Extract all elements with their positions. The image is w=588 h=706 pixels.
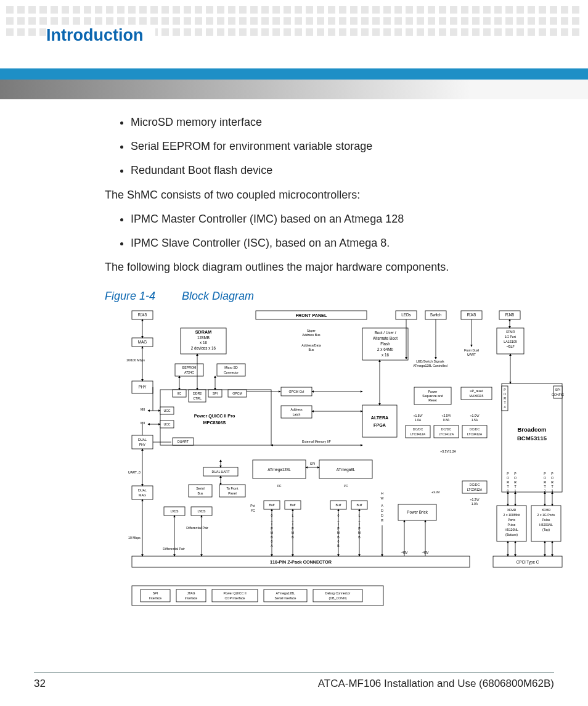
figure-title: Block Diagram bbox=[182, 290, 254, 302]
svg-text:From Dual: From Dual bbox=[464, 348, 479, 352]
svg-text:Buff: Buff bbox=[269, 503, 275, 507]
svg-text:O: O bbox=[507, 476, 509, 480]
svg-text:+3.3V/1.2A: +3.3V/1.2A bbox=[440, 449, 456, 453]
svg-text:1G Port: 1G Port bbox=[505, 335, 516, 339]
svg-text:R: R bbox=[551, 480, 553, 484]
header-gradient-bar bbox=[0, 80, 588, 99]
svg-text:_: _ bbox=[358, 518, 361, 522]
svg-text:DC/DC: DC/DC bbox=[413, 427, 423, 431]
block-diagram-svg: RJ45 FRONT PANEL LEDs Switch RJ45 RJ45 M… bbox=[123, 310, 567, 655]
svg-text:+1.8V/: +1.8V/ bbox=[413, 414, 423, 417]
svg-text:CTRL: CTRL bbox=[193, 396, 202, 400]
body-paragraph: The following block diagram outlines the… bbox=[105, 260, 551, 275]
svg-text:H: H bbox=[381, 491, 383, 495]
svg-text:Differential Pair: Differential Pair bbox=[163, 547, 185, 551]
figure-caption: Figure 1-4 Block Diagram bbox=[105, 289, 551, 304]
svg-text:DC/DC: DC/DC bbox=[441, 427, 452, 431]
svg-text:External Memory I/F: External Memory I/F bbox=[302, 440, 331, 443]
svg-text:DUART: DUART bbox=[178, 440, 189, 443]
svg-text:Ports: Ports bbox=[508, 518, 516, 522]
svg-text:BCM53115: BCM53115 bbox=[517, 435, 547, 441]
svg-text:Power: Power bbox=[428, 390, 438, 393]
svg-text:I²C: I²C bbox=[277, 484, 282, 488]
svg-text:R: R bbox=[544, 480, 546, 484]
list-item: Serial EEPROM for environment variable s… bbox=[131, 139, 551, 154]
svg-text:Reset: Reset bbox=[428, 398, 437, 402]
page-footer: 32 ATCA-MF106 Installation and Use (6806… bbox=[34, 672, 554, 690]
svg-text:0.8A: 0.8A bbox=[443, 418, 450, 422]
svg-text:Bus: Bus bbox=[309, 348, 314, 351]
svg-text:Differential Pair: Differential Pair bbox=[186, 526, 208, 530]
doc-title: ATCA-MF106 Installation and Use (6806800… bbox=[318, 678, 554, 690]
svg-text:1.5A: 1.5A bbox=[472, 418, 478, 422]
svg-text:ATmega128L: ATmega128L bbox=[276, 591, 295, 595]
svg-rect-72 bbox=[362, 405, 397, 437]
svg-text:DC/DC: DC/DC bbox=[470, 427, 480, 431]
svg-text:_: _ bbox=[271, 518, 273, 522]
svg-text:Latch: Latch bbox=[293, 413, 301, 416]
feature-list-a: MicroSD memory interface Serial EEPROM f… bbox=[105, 115, 551, 179]
svg-text:GPCM Ctrl: GPCM Ctrl bbox=[288, 390, 304, 393]
svg-text:UCC: UCC bbox=[163, 409, 170, 413]
body-paragraph: The ShMC consists of two coupled microco… bbox=[105, 187, 551, 203]
svg-text:(DB_CONN): (DB_CONN) bbox=[329, 596, 347, 600]
svg-text:P: P bbox=[504, 388, 506, 392]
svg-text:Flash: Flash bbox=[380, 342, 390, 346]
svg-text:I²C: I²C bbox=[344, 484, 348, 488]
svg-text:MAX6315: MAX6315 bbox=[470, 394, 484, 398]
svg-text:DC/DC: DC/DC bbox=[470, 483, 480, 486]
svg-text:O: O bbox=[504, 392, 506, 396]
figure-label: Figure 1-4 bbox=[105, 289, 179, 304]
svg-text:UCC: UCC bbox=[163, 422, 170, 426]
svg-text:IIC: IIC bbox=[178, 392, 182, 395]
svg-text:LTC3412A: LTC3412A bbox=[410, 432, 426, 436]
svg-text:Address Bus: Address Bus bbox=[302, 333, 321, 337]
svg-text:LA1S109: LA1S109 bbox=[504, 340, 517, 343]
svg-text:Address/Data: Address/Data bbox=[301, 343, 321, 347]
svg-text:Switch: Switch bbox=[430, 313, 442, 317]
svg-text:FPGA: FPGA bbox=[374, 422, 386, 428]
svg-text:R: R bbox=[381, 519, 383, 522]
svg-text:COP Interface: COP Interface bbox=[225, 596, 245, 600]
svg-text:O: O bbox=[514, 476, 517, 480]
svg-text:Interface: Interface bbox=[149, 596, 161, 600]
svg-text:P: P bbox=[507, 472, 509, 475]
svg-text:JTAG: JTAG bbox=[187, 591, 195, 595]
svg-text:DUAL UART: DUAL UART bbox=[211, 470, 230, 474]
svg-text:x 16: x 16 bbox=[200, 340, 207, 345]
svg-text:+1.2V/: +1.2V/ bbox=[470, 498, 480, 501]
svg-text:-43LF: -43LF bbox=[506, 345, 515, 348]
svg-text:XFMR: XFMR bbox=[542, 508, 551, 512]
svg-text:P: P bbox=[551, 472, 553, 475]
svg-text:+3.3V: +3.3V bbox=[431, 490, 440, 494]
svg-text:P: P bbox=[544, 472, 546, 475]
svg-text:D: D bbox=[381, 509, 383, 512]
svg-text:SPI: SPI bbox=[153, 591, 158, 595]
svg-text:PHY: PHY bbox=[139, 443, 146, 446]
svg-text:RJ45: RJ45 bbox=[138, 313, 147, 317]
svg-text:Address: Address bbox=[290, 408, 302, 411]
svg-text:DDR2: DDR2 bbox=[193, 392, 202, 395]
svg-text:FRONT PANEL: FRONT PANEL bbox=[296, 313, 327, 318]
svg-text:LTC3412A: LTC3412A bbox=[439, 432, 454, 436]
svg-text:Power QUICC II: Power QUICC II bbox=[223, 591, 246, 595]
svg-text:H5201NL: H5201NL bbox=[539, 523, 553, 527]
svg-text:LEDs: LEDs bbox=[401, 313, 410, 317]
page-content: MicroSD memory interface Serial EEPROM f… bbox=[105, 111, 551, 655]
svg-text:A: A bbox=[381, 504, 383, 507]
svg-text:CONFIG: CONFIG bbox=[552, 393, 564, 396]
svg-text:O: O bbox=[544, 476, 546, 480]
svg-text:MPC8306S: MPC8306S bbox=[203, 420, 226, 425]
svg-text:W: W bbox=[381, 496, 384, 500]
svg-text:ALTERA: ALTERA bbox=[371, 415, 389, 421]
svg-text:Serial Interface: Serial Interface bbox=[275, 596, 296, 600]
list-item: Redundant Boot flash device bbox=[131, 163, 551, 178]
svg-text:SPI: SPI bbox=[555, 388, 560, 392]
svg-text:PHY: PHY bbox=[139, 385, 147, 389]
svg-text:Buff: Buff bbox=[356, 503, 362, 507]
svg-text:+2.5V/: +2.5V/ bbox=[441, 414, 451, 417]
svg-text:UART_0: UART_0 bbox=[128, 470, 141, 474]
svg-text:MII: MII bbox=[141, 421, 145, 425]
svg-text:Pulse: Pulse bbox=[508, 523, 516, 527]
svg-text:2 devices x 16: 2 devices x 16 bbox=[191, 346, 216, 350]
